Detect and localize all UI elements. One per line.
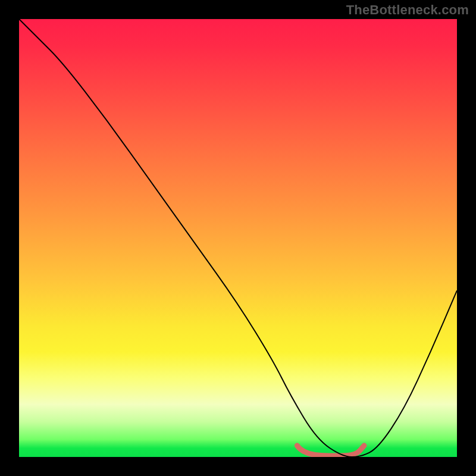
attribution-label: TheBottleneck.com (346, 2, 469, 18)
plot-area (19, 19, 457, 457)
bottleneck-curve-line (19, 19, 457, 457)
chart-svg (19, 19, 457, 457)
optimal-band-marker (297, 446, 364, 456)
chart-frame: TheBottleneck.com (0, 0, 476, 476)
